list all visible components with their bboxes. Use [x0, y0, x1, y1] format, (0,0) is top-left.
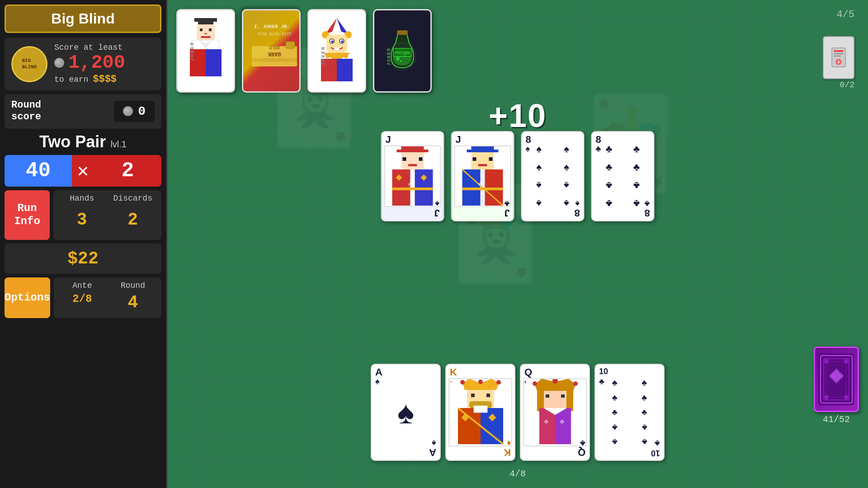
svg-text:JOKER: JOKER [321, 46, 326, 66]
svg-point-38 [344, 53, 348, 58]
svg-rect-2 [834, 53, 844, 54]
round-score-number: 0 [138, 104, 146, 118]
joker-face-4: POISON JOKER [374, 10, 430, 91]
voucher-card[interactable]: + [823, 36, 854, 79]
score-popup: +10 [489, 97, 547, 134]
ante-label: Ante [57, 281, 107, 292]
hand-name-text: Two Pair [39, 132, 106, 151]
svg-text:POISON: POISON [395, 51, 410, 56]
face-art-jc: ♣ [454, 145, 511, 207]
score-target-value: 1,200 [68, 52, 125, 74]
svg-point-45 [400, 60, 402, 62]
hands-label: Hands [57, 194, 107, 210]
svg-rect-11 [204, 33, 207, 34]
ante-round-panel: Ante Round 2/8 4 [54, 277, 161, 318]
money-value: $22 [67, 249, 98, 268]
voucher-slot-value: 0/2 [840, 80, 854, 89]
svg-rect-55 [403, 157, 406, 161]
hand-cards-area: A A K [371, 364, 665, 461]
joker-face-3: JOKER [309, 10, 365, 91]
svg-rect-1 [834, 50, 844, 52]
svg-text:♣: ♣ [544, 418, 549, 425]
chips-value: 40 [26, 159, 51, 183]
svg-point-34 [331, 41, 334, 43]
left-panel: Big Blind BIGBLIND Score at least 1,200 … [0, 0, 167, 488]
score-chip-icon [54, 58, 64, 68]
joker-slot-value: 4/5 [836, 9, 854, 20]
played-card-8-spades[interactable]: 8 ♠ ♠ ♠ ♠ ♠ ♠ ♠ ♠ 8 [521, 131, 585, 221]
voucher-icon: + [830, 47, 848, 69]
joker-card-4[interactable]: POISON JOKER [373, 9, 432, 93]
blind-coin-label: BIGBLIND [22, 58, 37, 70]
options-button[interactable]: Options [5, 277, 50, 318]
round-score-chip-icon [123, 106, 133, 116]
svg-point-37 [326, 53, 330, 58]
joker-card-2[interactable]: BANK GOLD 1234 5678 9012 I. JOKER JR. [242, 9, 301, 93]
bank-gold-art: BANK GOLD 1234 5678 9012 I. JOKER JR. [250, 21, 299, 91]
action-row: RunInfo Hands Discards 3 2 [5, 190, 161, 240]
svg-text:BANK: BANK [268, 51, 281, 57]
joker-card-4-wrap: POISON JOKER [373, 9, 432, 93]
svg-text:♣: ♣ [560, 418, 565, 425]
score-target: 1,200 [54, 52, 125, 74]
bottom-controls: RunInfo Hands Discards 3 2 $22 Options A… [5, 190, 161, 483]
joker-card-1[interactable]: JOKER [176, 9, 235, 93]
multiply-symbol: ✕ [72, 155, 94, 187]
svg-rect-100 [546, 394, 549, 398]
joker-slot-count: 4/5 [836, 9, 854, 20]
joker-face-1: JOKER [178, 10, 234, 91]
suit-bot-8s [576, 200, 580, 208]
suit-top-as [375, 377, 380, 385]
svg-point-79 [460, 380, 465, 385]
svg-point-35 [341, 41, 344, 43]
rank-bot-qc: Q [578, 447, 585, 457]
deck-back-art [818, 353, 854, 405]
svg-rect-12 [201, 36, 211, 38]
blind-coin: BIGBLIND [11, 46, 47, 82]
hand-score-row: 40 ✕ 2 [5, 155, 161, 187]
svg-marker-27 [326, 18, 337, 34]
hand-card-ace-spades[interactable]: A A [371, 364, 441, 461]
suit-bot-8c [645, 200, 650, 208]
hand-card-king-diamonds[interactable]: K [445, 364, 515, 461]
played-card-jack-spades[interactable]: J [381, 131, 444, 221]
svg-text:I. JOKER JR.: I. JOKER JR. [254, 24, 290, 29]
svg-rect-101 [561, 394, 565, 398]
svg-rect-68 [473, 157, 476, 161]
svg-rect-40 [337, 59, 353, 81]
rank-bot-8s: 8 [574, 208, 580, 218]
rank-bot-8c: 8 [644, 208, 650, 218]
hand-card-10-clubs[interactable]: 10 ♣ ♣ ♣ ♣ ♣ ♣ ♣ ♣ ♣ ♣ 10 [594, 364, 665, 461]
mult-value: 2 [122, 159, 134, 183]
king-diamonds-art [451, 378, 510, 446]
earn-label: to earn [54, 75, 89, 84]
hands-discards-panel: Hands Discards 3 2 [53, 190, 161, 240]
jack-spades-art: ♠ [386, 145, 440, 207]
mult-box: 2 [94, 155, 161, 187]
run-info-button[interactable]: RunInfo [5, 190, 50, 240]
round-score-value: 0 [114, 101, 155, 122]
rank-bot-js: J [434, 208, 439, 218]
svg-text:JOKER: JOKER [189, 42, 195, 61]
svg-rect-10 [209, 28, 212, 31]
chips-box: 40 [5, 155, 72, 187]
jack-clubs-art: ♣ [456, 145, 510, 207]
joker-card-3[interactable]: JOKER [307, 9, 366, 93]
ante-current: 2 [72, 293, 79, 305]
suit-bot-10c [655, 439, 660, 447]
svg-rect-24 [286, 42, 295, 48]
round-score-row: Roundscore 0 [5, 94, 161, 129]
svg-rect-47 [397, 30, 408, 35]
svg-point-43 [396, 57, 400, 61]
hand-level: lvl.1 [110, 139, 127, 149]
hand-name: Two Pair lvl.1 [39, 132, 127, 151]
hand-card-queen-clubs[interactable]: Q [520, 364, 590, 461]
suit-bot-as [432, 439, 436, 447]
joker-art-3: JOKER [312, 16, 362, 86]
played-card-jack-clubs[interactable]: J [451, 131, 514, 221]
face-art-kd [448, 378, 512, 446]
rank-bot-10c: 10 [651, 449, 660, 457]
deck-card[interactable] [814, 347, 859, 412]
svg-rect-53 [397, 150, 429, 152]
played-card-8-clubs[interactable]: 8 ♣ ♣ ♣ ♣ ♣ ♣ ♣ ♣ 8 [591, 131, 655, 221]
